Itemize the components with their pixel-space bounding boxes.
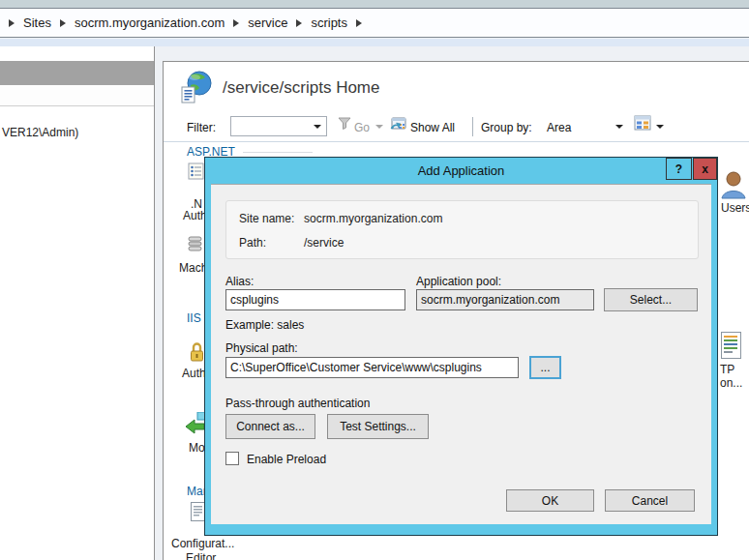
application-pool-input[interactable] <box>416 289 594 310</box>
modules-label[interactable]: Mo <box>189 441 205 455</box>
chevron-down-icon <box>314 125 321 129</box>
enable-preload-checkbox[interactable] <box>225 452 239 465</box>
breadcrumb-item-service[interactable]: service <box>248 15 287 30</box>
section-header-iis-label: IIS <box>187 311 201 325</box>
test-settings-button[interactable]: Test Settings... <box>327 414 429 439</box>
physical-path-label: Physical path: <box>225 341 298 355</box>
connection-tree-node[interactable]: VER12\Admin) <box>2 126 78 139</box>
dialog-help-button[interactable]: ? <box>666 158 692 180</box>
net-authorization-icon[interactable] <box>188 162 204 180</box>
add-application-dialog: Add Application ? x Site name: socrm.myo… <box>204 157 718 536</box>
section-rule <box>243 152 313 153</box>
select-button[interactable]: Select... <box>604 288 698 311</box>
filter-input[interactable] <box>230 116 327 136</box>
passthrough-auth-label: Pass-through authentication <box>225 397 370 410</box>
page-title: /service/scripts Home <box>223 78 379 98</box>
modules-icon[interactable] <box>185 412 205 437</box>
machine-key-label[interactable]: Mach <box>179 261 207 275</box>
net-users-label[interactable]: Users <box>721 201 749 215</box>
breadcrumb-item-site[interactable]: socrm.myorganization.com <box>75 15 225 30</box>
browse-button[interactable]: ... <box>529 356 561 379</box>
breadcrumb-item-scripts[interactable]: scripts <box>311 15 347 30</box>
path-value: /service <box>304 236 344 250</box>
cancel-button[interactable]: Cancel <box>605 489 695 512</box>
site-name-value: socrm.myorganization.com <box>304 212 442 225</box>
site-home-icon <box>178 70 215 106</box>
dialog-titlebar[interactable]: Add Application <box>205 158 717 184</box>
toolbar-divider <box>164 141 749 142</box>
net-authorization-label-line2[interactable]: Auth <box>183 209 207 222</box>
filter-funnel-icon <box>338 117 351 130</box>
breadcrumb-arrow-icon <box>60 19 66 27</box>
toolbar-separator <box>472 117 473 136</box>
group-by-label: Group by: <box>481 121 532 134</box>
http-response-icon[interactable] <box>720 331 746 361</box>
authentication-label[interactable]: Auth <box>182 367 206 380</box>
breadcrumb-arrow-icon <box>356 19 362 27</box>
authentication-lock-icon[interactable] <box>189 341 205 364</box>
physical-path-input[interactable] <box>225 357 519 378</box>
breadcrumb-arrow-icon <box>233 19 239 27</box>
connections-toolbar-block <box>0 61 154 85</box>
application-pool-label: Application pool: <box>416 275 501 288</box>
ok-button[interactable]: OK <box>506 489 594 512</box>
go-dropdown-icon[interactable] <box>375 125 383 129</box>
group-by-value[interactable]: Area <box>547 121 571 134</box>
path-label: Path: <box>239 236 266 250</box>
filter-label: Filter: <box>187 121 216 134</box>
connect-as-button[interactable]: Connect as... <box>225 414 315 439</box>
view-dropdown-icon[interactable] <box>656 125 664 129</box>
machine-key-icon[interactable] <box>187 235 203 253</box>
site-name-label: Site name: <box>239 212 294 225</box>
breadcrumb-item-sites[interactable]: Sites <box>23 15 51 30</box>
show-all-icon <box>390 116 407 132</box>
alias-label: Alias: <box>225 275 254 288</box>
breadcrumb-arrow-icon <box>9 19 15 27</box>
configuration-editor-label-line2[interactable]: Editor <box>186 551 216 560</box>
site-info-box: Site name: socrm.myorganization.com Path… <box>225 200 699 259</box>
net-users-icon[interactable] <box>720 170 749 200</box>
show-all-button[interactable]: Show All <box>410 121 455 134</box>
http-response-label-line2[interactable]: on... <box>720 376 742 390</box>
group-by-dropdown-icon[interactable] <box>615 125 623 129</box>
enable-preload-label: Enable Preload <box>247 453 326 466</box>
connections-header-band <box>0 85 154 106</box>
http-response-label-line1[interactable]: TP <box>720 363 734 376</box>
toolbar-strip <box>0 39 749 46</box>
dialog-body: Site name: socrm.myorganization.com Path… <box>211 184 711 524</box>
alias-input[interactable] <box>225 289 405 310</box>
go-button[interactable]: Go <box>354 121 370 134</box>
breadcrumb-arrow-icon <box>296 19 302 27</box>
configuration-editor-label-line1[interactable]: Configurat... <box>171 537 234 550</box>
example-text: Example: sales <box>225 318 304 332</box>
breadcrumb: Sites socrm.myorganization.com service s… <box>0 8 749 38</box>
dialog-close-button[interactable]: x <box>693 158 717 180</box>
connections-sidebar <box>0 46 155 560</box>
view-selector-icon[interactable] <box>634 115 652 132</box>
window-title-strip <box>0 0 749 8</box>
